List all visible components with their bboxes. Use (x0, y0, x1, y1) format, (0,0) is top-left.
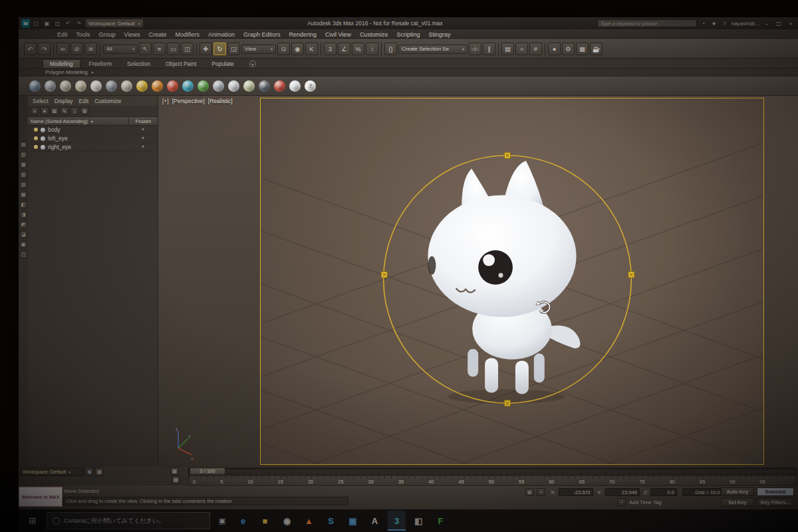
community-icon[interactable]: ◔ (700, 19, 708, 27)
timeline-ruler[interactable]: 0 5 10 15 20 25 30 35 40 45 50 55 60 65 … (188, 475, 797, 486)
frozen-mark-icon[interactable]: ✶ (128, 136, 158, 141)
undo-icon[interactable]: ↶ (24, 43, 37, 55)
viewport-shading-menu[interactable]: [Realistic] (208, 98, 233, 104)
maximize-button[interactable]: ▢ (774, 19, 783, 27)
selection-lock-icon[interactable]: ⊠ (525, 488, 534, 496)
save-file-icon[interactable]: ◫ (53, 19, 62, 28)
align-icon[interactable]: ∥ (483, 43, 495, 55)
x-coordinate-field[interactable]: -23.572 (559, 488, 593, 496)
taskbar-app-file-explorer[interactable]: ■ (256, 511, 274, 531)
menu-scripting[interactable]: Scripting (396, 31, 420, 38)
menu-create[interactable]: Create (148, 31, 166, 38)
tab-selection[interactable]: Selection (120, 60, 157, 68)
dome-icon[interactable] (106, 80, 117, 92)
use-pivot-center-icon[interactable]: ⊙ (277, 43, 290, 55)
menu-graph-editors[interactable]: Graph Editors (243, 31, 281, 38)
menu-stingray[interactable]: Stingray (428, 31, 450, 38)
open-file-icon[interactable]: ▣ (43, 19, 51, 28)
spinner-snap-icon[interactable]: ↕ (366, 43, 378, 55)
menu-rendering[interactable]: Rendering (289, 31, 317, 38)
curve-editor-icon[interactable]: ≈ (515, 43, 528, 55)
taskbar-app-browser[interactable]: ◉ (278, 511, 296, 531)
workspace-selector[interactable]: Workspace: Default (85, 19, 144, 28)
select-and-rotate-icon[interactable]: ↻ (213, 43, 226, 55)
cone-icon[interactable] (121, 80, 132, 92)
hand-tool-icon[interactable] (198, 80, 209, 92)
signin-label[interactable]: hayashi@... (732, 21, 759, 27)
select-by-name-icon[interactable]: ≡ (153, 43, 166, 55)
display-filter-icon[interactable]: ▾ (41, 107, 49, 115)
gizmo-handle-bottom[interactable] (505, 400, 511, 406)
absolute-mode-icon[interactable]: + (537, 488, 545, 496)
angle-snap-icon[interactable]: ∠ (338, 43, 350, 55)
tan-sphere-icon[interactable] (75, 80, 86, 92)
frozen-mark-icon[interactable]: ✶ (128, 127, 158, 132)
brush-tool-icon[interactable] (29, 80, 41, 92)
gizmo-handle-right[interactable] (628, 272, 634, 278)
time-tag-icon[interactable]: ◔ (617, 498, 626, 506)
time-slider-handle[interactable]: 0 / 100 (190, 467, 225, 475)
keyboard-override-icon[interactable]: K (305, 43, 318, 55)
favorites-icon[interactable]: ★ (710, 19, 718, 27)
rendered-frame-icon[interactable]: ▦ (576, 43, 589, 55)
scene-object-row-body[interactable]: body ✶ (28, 126, 158, 134)
taskbar-app-media-player[interactable]: ▲ (300, 511, 318, 531)
dock-tool-icon-5[interactable]: ▨ (20, 181, 27, 188)
dock-tool-icon-10[interactable]: ◪ (20, 231, 27, 238)
menu-edit[interactable]: Edit (57, 31, 68, 38)
dock-tool-icon-8[interactable]: ◨ (20, 211, 27, 218)
percent-snap-icon[interactable]: % (352, 43, 364, 55)
gizmo-handle-top[interactable] (505, 152, 511, 158)
selected-mode-dropdown[interactable]: Selected (757, 487, 794, 496)
taskbar-app-utility[interactable]: ◧ (410, 511, 428, 531)
gray-sphere-icon[interactable] (45, 80, 56, 92)
gizmo-handle-left[interactable] (381, 272, 387, 278)
minimize-button[interactable]: – (762, 19, 771, 27)
white-sphere-icon[interactable] (90, 80, 102, 92)
star-icon[interactable] (152, 80, 163, 92)
add-time-tag[interactable]: Add Time Tag (629, 499, 662, 505)
named-selection-sets-icon[interactable]: {} (384, 43, 397, 55)
clear-search-icon[interactable]: × (31, 107, 39, 115)
ribbon-config-icon[interactable] (249, 61, 256, 67)
atom-icon[interactable] (182, 80, 194, 92)
track-bar-filter-icon[interactable]: ▦ (172, 475, 180, 484)
select-and-scale-icon[interactable]: ◲ (227, 43, 240, 55)
tab-populate[interactable]: Populate (205, 60, 241, 68)
se-menu-display[interactable]: Display (55, 98, 73, 104)
shaded-sphere-icon[interactable] (289, 80, 301, 92)
start-button[interactable]: ⊞ (23, 511, 43, 531)
dock-tool-icon-6[interactable]: ▩ (20, 191, 27, 198)
time-slider-track[interactable] (188, 467, 797, 475)
safe-frame[interactable] (260, 98, 764, 465)
dark-sphere-icon[interactable] (259, 80, 270, 92)
frozen-mark-icon[interactable]: ✶ (128, 144, 158, 150)
dock-tool-icon-2[interactable]: ▥ (20, 151, 27, 158)
y-coordinate-field[interactable]: 23.949 (605, 488, 640, 496)
taskbar-app-edge[interactable]: e (234, 511, 252, 531)
gizmo-icon[interactable] (213, 80, 224, 92)
perspective-viewport[interactable]: [+] [Perspective] [Realistic] (158, 96, 798, 467)
visibility-bulb-icon[interactable] (34, 145, 38, 149)
se-menu-edit[interactable]: Edit (79, 98, 89, 104)
menu-tools[interactable]: Tools (76, 31, 90, 38)
set-key-button[interactable]: Set Key (721, 498, 754, 507)
column-name[interactable]: Name (Sorted Ascending) ▲ (28, 118, 128, 124)
window-crossing-icon[interactable]: ◫ (181, 43, 194, 55)
tab-object-paint[interactable]: Object Paint (159, 60, 203, 68)
particles-icon[interactable] (167, 80, 178, 92)
keyword-search-input[interactable] (597, 19, 697, 27)
menu-animation[interactable]: Animation (208, 31, 235, 38)
task-view-button[interactable]: ▣ (214, 511, 230, 531)
redo-small-icon[interactable]: ↷ (74, 19, 83, 28)
cortana-search-box[interactable]: Cortanaに何か聞いてみてください。 (47, 512, 210, 529)
select-and-link-icon[interactable]: ∞ (57, 43, 69, 55)
taskbar-app-autodesk[interactable]: A (366, 511, 384, 531)
scene-object-row-left-eye[interactable]: left_eye ✶ (28, 134, 158, 143)
open-mini-trackbar-icon[interactable]: ▦ (170, 467, 179, 475)
auto-key-button[interactable]: Auto Key (721, 487, 754, 496)
taskbar-app-3ds-max[interactable]: 3 (388, 511, 406, 531)
help-icon[interactable]: ? (305, 80, 316, 92)
select-and-move-icon[interactable]: ✚ (200, 43, 212, 55)
visibility-bulb-icon[interactable] (34, 136, 38, 140)
